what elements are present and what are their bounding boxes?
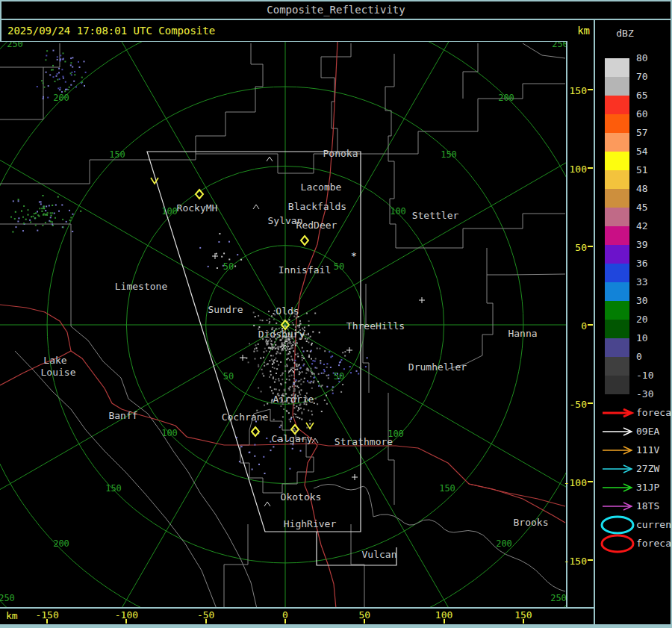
radar-echo-pixel: [15, 211, 16, 213]
radar-echo-pixel: [287, 354, 288, 355]
radar-echo-pixel: [13, 200, 14, 202]
vector-legend-label: 111V: [636, 444, 659, 456]
radar-echo-pixel: [299, 367, 301, 369]
radar-echo-pixel: [284, 348, 286, 349]
radar-echo-pixel: [307, 380, 308, 382]
radar-echo-pixel: [81, 82, 82, 84]
radar-echo-pixel: [70, 64, 72, 66]
radar-echo-pixel: [340, 359, 342, 361]
radar-echo-pixel: [46, 205, 47, 207]
radar-echo-pixel: [275, 358, 276, 359]
radar-echo-pixel: [358, 373, 359, 375]
radar-echo-pixel: [273, 446, 274, 447]
radar-echo-pixel: [297, 410, 299, 411]
radar-echo-pixel: [258, 388, 259, 389]
radar-echo-pixel: [258, 315, 259, 317]
radar-echo-pixel: [311, 388, 313, 389]
radar-echo-pixel: [318, 385, 320, 387]
radar-echo-pixel: [216, 253, 217, 255]
ring-distance-label: 150: [105, 483, 122, 494]
ring-distance-label: 200: [496, 538, 512, 549]
radar-echo-pixel: [274, 388, 276, 390]
radar-echo-pixel: [314, 373, 315, 375]
bottom-axis-tick: [364, 619, 365, 624]
radar-echo-pixel: [84, 85, 85, 87]
radar-echo-pixel: [321, 411, 323, 412]
radar-echo-pixel: [60, 55, 61, 56]
radar-echo-pixel: [367, 357, 368, 358]
star-marker-icon: *: [351, 250, 357, 261]
radar-echo-pixel: [295, 369, 296, 370]
radar-echo-pixel: [58, 68, 60, 69]
radar-echo-pixel: [267, 320, 268, 321]
radar-echo-pixel: [55, 217, 56, 219]
radar-echo-pixel: [288, 388, 290, 389]
radar-echo-pixel: [314, 367, 316, 368]
radar-echo-pixel: [37, 230, 38, 231]
radar-echo-pixel: [50, 217, 52, 218]
radar-echo-pixel: [30, 222, 31, 223]
radar-echo-pixel: [297, 325, 299, 326]
radar-echo-pixel: [309, 423, 311, 425]
radar-map-canvas[interactable]: 5050505010010010010015015015015020020020…: [0, 42, 566, 609]
radar-echo-pixel: [302, 355, 303, 356]
radar-echo-pixel: [329, 351, 330, 352]
radar-echo-pixel: [311, 344, 312, 346]
vector-legend-label: 09EA: [636, 426, 659, 437]
radar-echo-pixel: [269, 360, 270, 361]
radar-echo-pixel: [70, 84, 72, 86]
radar-echo-pixel: [70, 72, 72, 74]
radar-echo-pixel: [276, 347, 278, 349]
radar-echo-pixel: [296, 385, 298, 387]
radar-echo-pixel: [256, 347, 258, 349]
radar-echo-pixel: [300, 379, 302, 380]
radar-echo-pixel: [293, 407, 295, 408]
radar-echo-pixel: [307, 370, 308, 371]
radar-echo-pixel: [280, 375, 281, 376]
radar-echo-pixel: [307, 338, 308, 340]
radar-echo-pixel: [270, 355, 272, 356]
radar-echo-pixel: [21, 211, 22, 212]
radar-echo-pixel: [65, 81, 66, 83]
radar-echo-pixel: [270, 374, 272, 376]
radar-echo-pixel: [218, 241, 220, 243]
radar-echo-pixel: [274, 382, 276, 383]
radar-echo-pixel: [262, 320, 264, 321]
radar-echo-pixel: [316, 367, 317, 369]
radar-echo-pixel: [268, 347, 270, 349]
right-axis-tick: [588, 246, 593, 247]
radar-echo-pixel: [71, 74, 72, 75]
radar-echo-pixel: [68, 89, 69, 90]
radar-echo-pixel: [290, 386, 291, 388]
radar-echo-pixel: [295, 414, 296, 415]
vector-legend-label: forecast: [636, 538, 672, 549]
radar-echo-pixel: [344, 355, 346, 357]
radar-echo-pixel: [343, 368, 345, 370]
legend-color-block: [605, 320, 629, 338]
legend-color-block: [605, 264, 629, 282]
radar-echo-pixel: [208, 266, 209, 267]
radar-echo-pixel: [50, 221, 52, 223]
radar-echo-pixel: [57, 56, 58, 57]
radar-echo-pixel: [326, 403, 328, 405]
radar-echo-pixel: [264, 348, 266, 349]
radar-echo-pixel: [285, 349, 287, 351]
radar-echo-pixel: [332, 390, 333, 391]
radar-echo-pixel: [324, 400, 326, 401]
radar-echo-pixel: [276, 368, 278, 370]
radar-echo-pixel: [289, 468, 290, 470]
bottom-axis-tick: [46, 619, 48, 624]
radar-echo-pixel: [64, 90, 66, 92]
radar-echo-pixel: [29, 220, 31, 221]
radar-echo-pixel: [254, 456, 255, 457]
right-axis-tick-label: 100: [570, 164, 587, 175]
radar-echo-pixel: [286, 410, 287, 411]
radar-echo-pixel: [293, 374, 295, 376]
radar-echo-pixel: [69, 210, 70, 211]
radar-echo-pixel: [298, 381, 299, 382]
legend-value-label: 65: [636, 90, 648, 101]
radar-echo-pixel: [281, 349, 282, 351]
radar-echo-pixel: [255, 344, 256, 346]
radar-echo-pixel: [34, 217, 36, 219]
radar-echo-pixel: [269, 321, 270, 323]
